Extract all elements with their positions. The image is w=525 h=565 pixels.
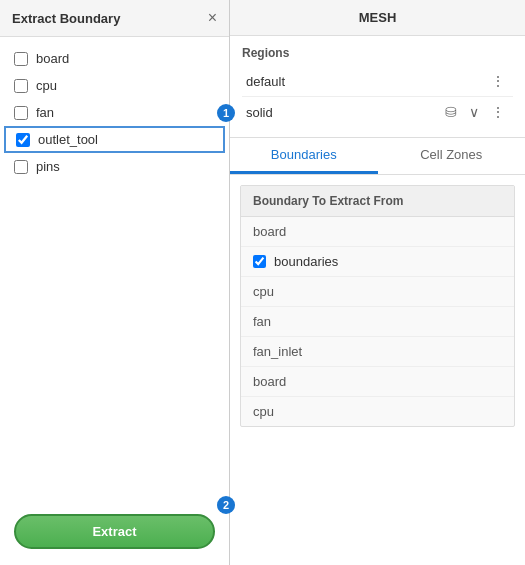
list-item[interactable]: fan 1	[0, 99, 229, 126]
boundary-item-label: cpu	[253, 284, 274, 299]
panel-title: Extract Boundary	[12, 11, 120, 26]
boundary-item-cpu2[interactable]: cpu	[241, 397, 514, 426]
boundary-item-board1[interactable]: board	[241, 217, 514, 247]
list-item[interactable]: cpu	[0, 72, 229, 99]
region-solid-chevron-btn[interactable]: ∨	[465, 102, 483, 122]
boundary-item-board2[interactable]: board	[241, 367, 514, 397]
list-item[interactable]: pins	[0, 153, 229, 180]
region-row-solid: solid ⛁ ∨ ⋮	[242, 96, 513, 127]
board-label: board	[36, 51, 69, 66]
badge-1: 1	[217, 104, 235, 122]
outlet-tool-label: outlet_tool	[38, 132, 98, 147]
boundary-item-fan-inlet[interactable]: fan_inlet	[241, 337, 514, 367]
board-checkbox[interactable]	[14, 52, 28, 66]
tab-cell-zones[interactable]: Cell Zones	[378, 138, 526, 174]
boundary-item-boundaries[interactable]: boundaries	[241, 247, 514, 277]
boundary-item-label: fan	[253, 314, 271, 329]
left-panel: Extract Boundary × board cpu fan 1 outle…	[0, 0, 230, 565]
regions-section: Regions default ⋮ solid ⛁ ∨ ⋮	[230, 36, 525, 138]
badge-2: 2	[217, 496, 235, 514]
region-solid-name: solid	[246, 105, 273, 120]
pins-checkbox[interactable]	[14, 160, 28, 174]
region-default-actions: ⋮	[487, 71, 509, 91]
region-default-name: default	[246, 74, 285, 89]
fan-checkbox[interactable]	[14, 106, 28, 120]
mesh-header: MESH	[230, 0, 525, 36]
extract-btn-container: 2 Extract	[0, 504, 229, 565]
boundary-item-label: board	[253, 374, 286, 389]
region-default-menu-btn[interactable]: ⋮	[487, 71, 509, 91]
cpu-label: cpu	[36, 78, 57, 93]
boundary-item-fan[interactable]: fan	[241, 307, 514, 337]
region-solid-actions: ⛁ ∨ ⋮	[441, 102, 509, 122]
list-item[interactable]: board	[0, 45, 229, 72]
checkbox-list: board cpu fan 1 outlet_tool pins	[0, 37, 229, 504]
list-item[interactable]: outlet_tool	[4, 126, 225, 153]
extract-button[interactable]: Extract	[14, 514, 215, 549]
cpu-checkbox[interactable]	[14, 79, 28, 93]
region-solid-menu-btn[interactable]: ⋮	[487, 102, 509, 122]
fan-label: fan	[36, 105, 54, 120]
boundary-item-label: fan_inlet	[253, 344, 302, 359]
boundary-item-label: boundaries	[274, 254, 338, 269]
close-button[interactable]: ×	[208, 10, 217, 26]
panel-header: Extract Boundary ×	[0, 0, 229, 37]
tabs-row: Boundaries Cell Zones	[230, 138, 525, 175]
region-row-default: default ⋮	[242, 66, 513, 96]
right-panel: MESH Regions default ⋮ solid ⛁ ∨ ⋮ Bound…	[230, 0, 525, 565]
boundary-extract-title: Boundary To Extract From	[241, 186, 514, 217]
pins-label: pins	[36, 159, 60, 174]
boundaries-checkbox[interactable]	[253, 255, 266, 268]
boundary-extract-section: Boundary To Extract From board boundarie…	[240, 185, 515, 427]
boundary-item-cpu1[interactable]: cpu	[241, 277, 514, 307]
boundary-item-label: board	[253, 224, 286, 239]
regions-title: Regions	[242, 46, 513, 60]
outlet-tool-checkbox[interactable]	[16, 133, 30, 147]
boundary-item-label: cpu	[253, 404, 274, 419]
region-solid-tree-btn[interactable]: ⛁	[441, 102, 461, 122]
tab-boundaries[interactable]: Boundaries	[230, 138, 378, 174]
